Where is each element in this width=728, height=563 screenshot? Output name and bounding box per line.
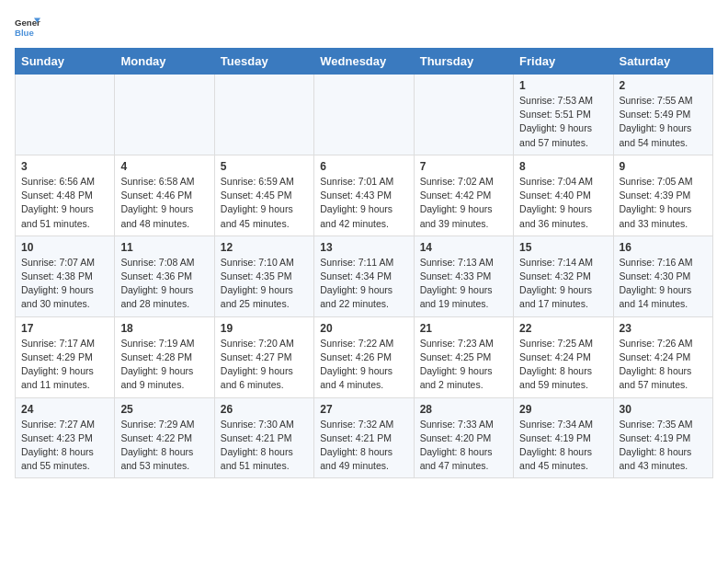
day-info: Sunrise: 6:58 AM Sunset: 4:46 PM Dayligh…: [120, 175, 208, 231]
day-info: Sunrise: 6:59 AM Sunset: 4:45 PM Dayligh…: [221, 175, 308, 231]
day-info: Sunrise: 7:33 AM Sunset: 4:20 PM Dayligh…: [420, 418, 507, 474]
day-number: 20: [320, 322, 407, 335]
day-cell: 4Sunrise: 6:58 AM Sunset: 4:46 PM Daylig…: [115, 155, 214, 236]
day-info: Sunrise: 7:20 AM Sunset: 4:27 PM Dayligh…: [221, 337, 308, 393]
day-number: 30: [620, 403, 707, 416]
day-cell: 1Sunrise: 7:53 AM Sunset: 5:51 PM Daylig…: [514, 75, 613, 155]
week-row-3: 10Sunrise: 7:07 AM Sunset: 4:38 PM Dayli…: [16, 236, 713, 316]
day-cell: 11Sunrise: 7:08 AM Sunset: 4:36 PM Dayli…: [115, 236, 214, 316]
day-number: 26: [221, 403, 308, 416]
day-cell: 5Sunrise: 6:59 AM Sunset: 4:45 PM Daylig…: [214, 155, 313, 236]
day-info: Sunrise: 7:05 AM Sunset: 4:39 PM Dayligh…: [620, 175, 707, 231]
day-info: Sunrise: 7:32 AM Sunset: 4:21 PM Dayligh…: [320, 418, 407, 474]
day-number: 11: [120, 241, 208, 254]
day-info: Sunrise: 7:04 AM Sunset: 4:40 PM Dayligh…: [519, 175, 607, 231]
svg-text:Blue: Blue: [15, 28, 34, 38]
day-number: 1: [519, 79, 607, 92]
day-cell: 13Sunrise: 7:11 AM Sunset: 4:34 PM Dayli…: [314, 236, 414, 316]
day-info: Sunrise: 7:02 AM Sunset: 4:42 PM Dayligh…: [420, 175, 507, 231]
day-cell: [314, 75, 414, 155]
day-number: 16: [620, 241, 707, 254]
day-number: 2: [620, 79, 707, 92]
header-row: SundayMondayTuesdayWednesdayThursdayFrid…: [16, 49, 713, 75]
day-number: 12: [221, 241, 308, 254]
day-cell: 22Sunrise: 7:25 AM Sunset: 4:24 PM Dayli…: [514, 316, 613, 397]
day-cell: 24Sunrise: 7:27 AM Sunset: 4:23 PM Dayli…: [16, 397, 115, 478]
day-cell: 7Sunrise: 7:02 AM Sunset: 4:42 PM Daylig…: [414, 155, 513, 236]
day-cell: 28Sunrise: 7:33 AM Sunset: 4:20 PM Dayli…: [414, 397, 513, 478]
week-row-5: 24Sunrise: 7:27 AM Sunset: 4:23 PM Dayli…: [16, 397, 713, 478]
day-number: 6: [320, 160, 407, 173]
logo: General Blue: [15, 15, 40, 40]
day-info: Sunrise: 7:19 AM Sunset: 4:28 PM Dayligh…: [120, 337, 208, 393]
day-number: 9: [620, 160, 707, 173]
day-number: 14: [420, 241, 507, 254]
day-info: Sunrise: 7:34 AM Sunset: 4:19 PM Dayligh…: [519, 418, 607, 474]
day-info: Sunrise: 7:23 AM Sunset: 4:25 PM Dayligh…: [420, 337, 507, 393]
day-cell: 27Sunrise: 7:32 AM Sunset: 4:21 PM Dayli…: [314, 397, 414, 478]
day-number: 19: [221, 322, 308, 335]
day-info: Sunrise: 7:22 AM Sunset: 4:26 PM Dayligh…: [320, 337, 407, 393]
day-number: 21: [420, 322, 507, 335]
week-row-2: 3Sunrise: 6:56 AM Sunset: 4:48 PM Daylig…: [16, 155, 713, 236]
day-info: Sunrise: 7:26 AM Sunset: 4:24 PM Dayligh…: [620, 337, 707, 393]
day-number: 28: [420, 403, 507, 416]
day-cell: 3Sunrise: 6:56 AM Sunset: 4:48 PM Daylig…: [16, 155, 115, 236]
day-number: 22: [519, 322, 607, 335]
day-number: 10: [21, 241, 108, 254]
day-info: Sunrise: 7:35 AM Sunset: 4:19 PM Dayligh…: [620, 418, 707, 474]
day-cell: [115, 75, 214, 155]
day-info: Sunrise: 7:10 AM Sunset: 4:35 PM Dayligh…: [221, 256, 308, 312]
header-cell-tuesday: Tuesday: [214, 49, 313, 75]
header-cell-sunday: Sunday: [16, 49, 115, 75]
calendar-body: 1Sunrise: 7:53 AM Sunset: 5:51 PM Daylig…: [16, 75, 713, 478]
day-info: Sunrise: 7:13 AM Sunset: 4:33 PM Dayligh…: [420, 256, 507, 312]
day-cell: 16Sunrise: 7:16 AM Sunset: 4:30 PM Dayli…: [613, 236, 712, 316]
day-number: 25: [120, 403, 208, 416]
day-cell: 14Sunrise: 7:13 AM Sunset: 4:33 PM Dayli…: [414, 236, 513, 316]
logo-icon: General Blue: [15, 15, 40, 40]
day-cell: [16, 75, 115, 155]
day-info: Sunrise: 7:08 AM Sunset: 4:36 PM Dayligh…: [120, 256, 208, 312]
page-header: General Blue: [15, 15, 713, 40]
header-cell-thursday: Thursday: [414, 49, 513, 75]
day-number: 3: [21, 160, 108, 173]
day-info: Sunrise: 7:17 AM Sunset: 4:29 PM Dayligh…: [21, 337, 108, 393]
day-cell: 10Sunrise: 7:07 AM Sunset: 4:38 PM Dayli…: [16, 236, 115, 316]
day-number: 7: [420, 160, 507, 173]
day-info: Sunrise: 7:29 AM Sunset: 4:22 PM Dayligh…: [120, 418, 208, 474]
day-cell: [414, 75, 513, 155]
day-cell: 17Sunrise: 7:17 AM Sunset: 4:29 PM Dayli…: [16, 316, 115, 397]
day-info: Sunrise: 7:25 AM Sunset: 4:24 PM Dayligh…: [519, 337, 607, 393]
day-number: 27: [320, 403, 407, 416]
day-info: Sunrise: 7:55 AM Sunset: 5:49 PM Dayligh…: [620, 94, 707, 150]
day-cell: 8Sunrise: 7:04 AM Sunset: 4:40 PM Daylig…: [514, 155, 613, 236]
day-cell: 29Sunrise: 7:34 AM Sunset: 4:19 PM Dayli…: [514, 397, 613, 478]
day-info: Sunrise: 7:01 AM Sunset: 4:43 PM Dayligh…: [320, 175, 407, 231]
day-cell: 25Sunrise: 7:29 AM Sunset: 4:22 PM Dayli…: [115, 397, 214, 478]
day-cell: 12Sunrise: 7:10 AM Sunset: 4:35 PM Dayli…: [214, 236, 313, 316]
day-cell: 15Sunrise: 7:14 AM Sunset: 4:32 PM Dayli…: [514, 236, 613, 316]
day-number: 29: [519, 403, 607, 416]
header-cell-monday: Monday: [115, 49, 214, 75]
day-info: Sunrise: 7:07 AM Sunset: 4:38 PM Dayligh…: [21, 256, 108, 312]
day-number: 24: [21, 403, 108, 416]
day-number: 5: [221, 160, 308, 173]
day-cell: 26Sunrise: 7:30 AM Sunset: 4:21 PM Dayli…: [214, 397, 313, 478]
day-number: 15: [519, 241, 607, 254]
day-number: 13: [320, 241, 407, 254]
day-cell: 20Sunrise: 7:22 AM Sunset: 4:26 PM Dayli…: [314, 316, 414, 397]
day-cell: 6Sunrise: 7:01 AM Sunset: 4:43 PM Daylig…: [314, 155, 414, 236]
day-cell: 2Sunrise: 7:55 AM Sunset: 5:49 PM Daylig…: [613, 75, 712, 155]
day-info: Sunrise: 7:14 AM Sunset: 4:32 PM Dayligh…: [519, 256, 607, 312]
day-cell: [214, 75, 313, 155]
day-number: 23: [620, 322, 707, 335]
day-number: 4: [120, 160, 208, 173]
header-cell-wednesday: Wednesday: [314, 49, 414, 75]
day-info: Sunrise: 7:53 AM Sunset: 5:51 PM Dayligh…: [519, 94, 607, 150]
calendar-table: SundayMondayTuesdayWednesdayThursdayFrid…: [15, 48, 713, 478]
day-info: Sunrise: 6:56 AM Sunset: 4:48 PM Dayligh…: [21, 175, 108, 231]
calendar-header: SundayMondayTuesdayWednesdayThursdayFrid…: [16, 49, 713, 75]
header-cell-saturday: Saturday: [613, 49, 712, 75]
day-info: Sunrise: 7:16 AM Sunset: 4:30 PM Dayligh…: [620, 256, 707, 312]
